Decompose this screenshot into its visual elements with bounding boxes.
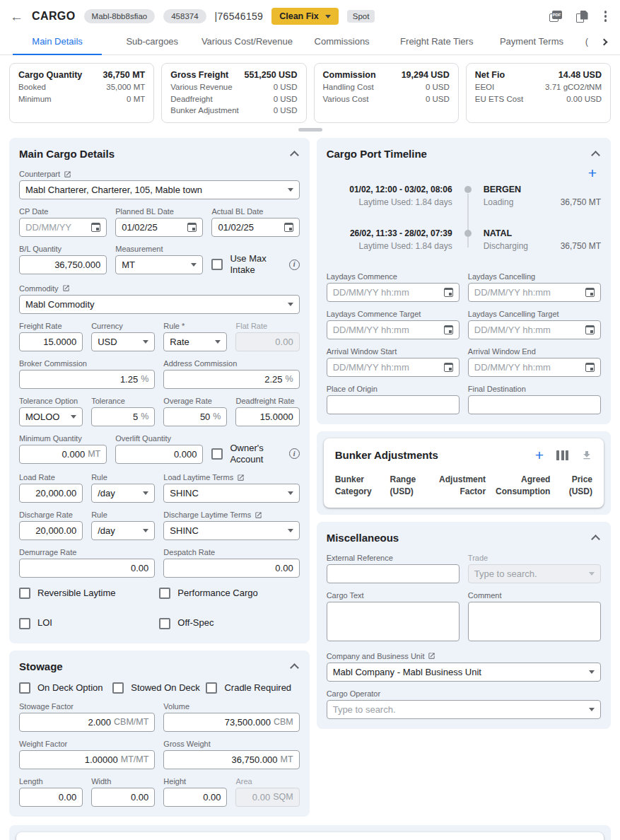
collapse-section-button[interactable]: [591, 151, 600, 160]
cargo-text-input[interactable]: [327, 602, 460, 641]
width-input[interactable]: 0.00: [91, 788, 155, 807]
external-link-icon[interactable]: [255, 511, 262, 519]
tab-freight-rate-tiers[interactable]: Freight Rate Tiers: [390, 30, 484, 54]
comment-input[interactable]: [468, 602, 601, 641]
measurement-select[interactable]: MT: [115, 255, 203, 274]
overage-rate-input[interactable]: 50%: [163, 407, 227, 426]
export-pdf-button[interactable]: PDF: [549, 11, 562, 22]
laydays-cancelling-input[interactable]: DD/MM/YY hh:mm: [468, 283, 601, 302]
laydays-commence-target-input[interactable]: DD/MM/YY hh:mm: [327, 320, 460, 339]
cp-date-input[interactable]: DD/MM/YY: [19, 218, 107, 237]
calendar-icon[interactable]: [187, 223, 197, 232]
more-options-button[interactable]: [602, 9, 609, 24]
calendar-icon[interactable]: [585, 288, 595, 297]
on-deck-option-checkbox[interactable]: [19, 682, 30, 694]
reversible-laytime-checkbox[interactable]: [19, 588, 30, 599]
load-laytime-terms-select[interactable]: SHINC: [163, 484, 299, 503]
cargo-operator-select[interactable]: Type to search.: [327, 700, 601, 719]
calendar-icon[interactable]: [444, 363, 453, 372]
height-input[interactable]: 0.00: [163, 788, 227, 807]
deadfreight-rate-input[interactable]: 15.0000: [235, 407, 299, 426]
checkbox-label: Use Max Intake: [230, 253, 275, 276]
laydays-cancelling-target-input[interactable]: DD/MM/YY hh:mm: [468, 320, 601, 339]
section-title: Main Cargo Details: [19, 148, 115, 160]
owners-account-checkbox[interactable]: [211, 448, 223, 460]
external-link-icon[interactable]: [237, 474, 245, 482]
tab-sub-cargoes[interactable]: Sub-cargoes: [105, 30, 199, 54]
demurrage-rate-input[interactable]: 0.00: [19, 559, 155, 578]
discharge-rate-input[interactable]: 20,000.00: [19, 521, 83, 540]
overlift-quantity-input[interactable]: 0.000: [115, 445, 203, 464]
load-rate-input[interactable]: 20,000.00: [19, 484, 83, 503]
laydays-commence-input[interactable]: DD/MM/YY hh:mm: [327, 283, 460, 302]
external-link-icon[interactable]: [428, 652, 435, 660]
copy-button[interactable]: [576, 11, 588, 23]
external-link-icon[interactable]: [64, 170, 71, 178]
broker-commission-input[interactable]: 1.25%: [19, 370, 155, 389]
tabs-scroll-right-button[interactable]: [595, 30, 613, 54]
rule-select[interactable]: Rate: [163, 332, 227, 351]
stop-activity: Loading: [484, 197, 521, 207]
gross-weight-input[interactable]: 36,750.000MT: [163, 750, 299, 769]
currency-select[interactable]: USD: [91, 332, 155, 351]
back-button[interactable]: ←: [10, 10, 23, 23]
clean-fix-button[interactable]: Clean Fix: [271, 8, 339, 25]
collapse-section-button[interactable]: [290, 663, 299, 672]
tab-main-details[interactable]: Main Details: [10, 30, 105, 54]
use-max-intake-checkbox[interactable]: [211, 259, 223, 270]
place-of-origin-input[interactable]: [327, 395, 460, 414]
tolerance-input[interactable]: 5%: [91, 407, 155, 426]
collapse-section-button[interactable]: [290, 151, 299, 160]
dropdown-arrow-icon: [143, 340, 148, 344]
discharge-laytime-terms-select[interactable]: SHINC: [163, 521, 299, 540]
arrival-window-end-input[interactable]: DD/MM/YY hh:mm: [468, 358, 601, 377]
actual-bl-date-input[interactable]: 01/02/25: [211, 218, 299, 237]
collapse-section-button[interactable]: [591, 535, 600, 544]
dropdown-arrow-icon: [589, 572, 595, 576]
weight-factor-input[interactable]: 1.00000MT/MT: [19, 750, 155, 769]
external-reference-input[interactable]: [327, 564, 460, 583]
despatch-rate-input[interactable]: 0.00: [163, 559, 299, 578]
bl-quantity-input[interactable]: 36,750.000: [19, 255, 107, 274]
stowage-factor-input[interactable]: 2.000CBM/MT: [19, 713, 155, 732]
calendar-icon[interactable]: [444, 325, 453, 334]
calendar-icon[interactable]: [444, 288, 453, 297]
calendar-icon[interactable]: [585, 363, 595, 372]
tab-various-cost-revenue[interactable]: Various Cost/Revenue: [199, 30, 294, 54]
tab-overflow[interactable]: (: [579, 30, 595, 54]
planned-bl-date-input[interactable]: 01/02/25: [115, 218, 203, 237]
tab-payment-terms[interactable]: Payment Terms: [484, 30, 579, 54]
bunker-adjustments-wrapper: Bunker Adjustments + Bunker Category Ran…: [317, 431, 611, 515]
loi-checkbox[interactable]: [19, 618, 30, 629]
arrival-window-start-input[interactable]: DD/MM/YY hh:mm: [327, 358, 460, 377]
info-icon[interactable]: i: [289, 259, 300, 270]
stowed-on-deck-checkbox[interactable]: [112, 682, 124, 694]
columns-icon[interactable]: [556, 450, 568, 460]
address-commission-input[interactable]: 2.25%: [163, 370, 299, 389]
tolerance-option-select[interactable]: MOLOO: [19, 407, 83, 426]
add-bunker-adjustment-button[interactable]: +: [535, 448, 544, 462]
external-link-icon[interactable]: [62, 284, 70, 292]
performance-cargo-checkbox[interactable]: [159, 588, 170, 599]
commodity-select[interactable]: Mabl Commodity: [19, 295, 300, 314]
info-icon[interactable]: i: [289, 448, 300, 459]
add-port-button[interactable]: +: [588, 165, 597, 180]
minimum-quantity-input[interactable]: 0.000MT: [19, 445, 107, 464]
load-rule-select[interactable]: /day: [91, 484, 155, 503]
tab-commissions[interactable]: Commissions: [295, 30, 390, 54]
volume-input[interactable]: 73,500.000CBM: [163, 713, 299, 732]
counterpart-select[interactable]: Mabl Charterer, Charterer, 105, Mable to…: [19, 180, 300, 199]
download-icon[interactable]: [581, 450, 592, 461]
discharge-rule-select[interactable]: /day: [91, 521, 155, 540]
final-destination-input[interactable]: [468, 395, 601, 414]
calendar-icon[interactable]: [284, 223, 293, 232]
calendar-icon[interactable]: [585, 325, 595, 334]
calendar-icon[interactable]: [91, 223, 100, 232]
company-business-unit-select[interactable]: Mabl Company - Mabl Business Unit: [327, 663, 601, 682]
resize-handle[interactable]: [298, 128, 322, 132]
off-spec-checkbox[interactable]: [159, 618, 170, 629]
stop-port: BERGEN: [484, 185, 521, 194]
cradle-required-checkbox[interactable]: [206, 682, 217, 694]
freight-rate-input[interactable]: 15.0000: [19, 332, 83, 351]
length-input[interactable]: 0.00: [19, 788, 83, 807]
